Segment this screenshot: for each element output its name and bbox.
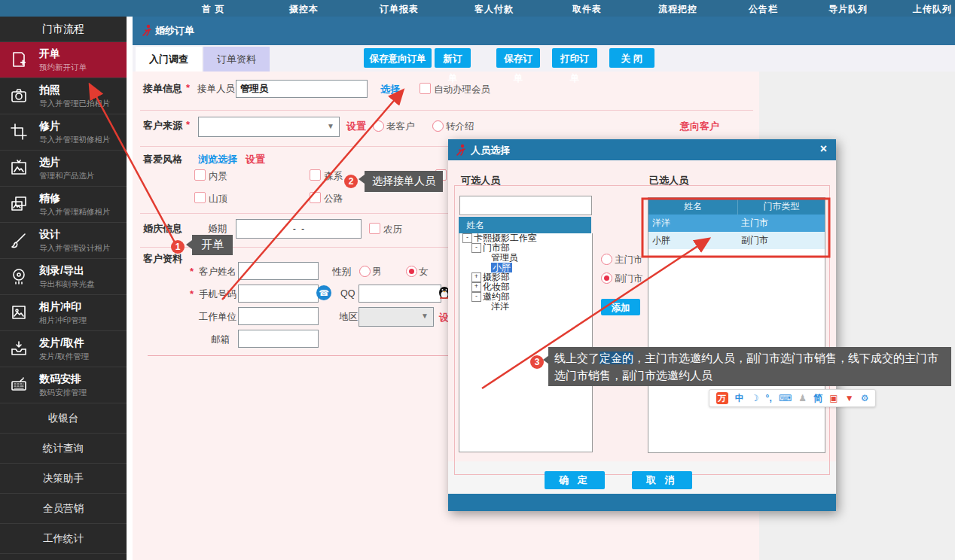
- sidebar-item-marketing[interactable]: 全员营销: [0, 494, 127, 524]
- choose-receiver-link[interactable]: 选择: [380, 83, 400, 96]
- nav-process-control[interactable]: 流程把控: [658, 3, 697, 16]
- female-radio[interactable]: [406, 266, 417, 277]
- sidebar-item-subtitle: 管理和产品选片: [39, 171, 95, 181]
- add-button[interactable]: 添加: [601, 299, 640, 315]
- ok-button[interactable]: 确 定: [545, 471, 605, 489]
- personnel-search-input[interactable]: [459, 196, 592, 215]
- ime-skin-icon[interactable]: ▼: [845, 393, 854, 403]
- tab-order-info[interactable]: 订单资料: [203, 47, 270, 72]
- email-input[interactable]: [238, 330, 319, 348]
- sub-store-radio[interactable]: [601, 272, 612, 284]
- lunar-checkbox[interactable]: [369, 223, 380, 234]
- expand-icon[interactable]: +: [471, 282, 481, 292]
- style-settings-link[interactable]: 设置: [246, 153, 265, 166]
- section-customer-source: 客户来源: [143, 119, 182, 132]
- tree-node-photo-dept[interactable]: +摄影部: [459, 272, 592, 282]
- ime-punctuation-icon[interactable]: °,: [766, 393, 772, 403]
- sidebar-item-retouch[interactable]: 修片 导入并管理初修相片: [0, 114, 127, 151]
- close-button[interactable]: 关 闭: [609, 48, 654, 68]
- customer-name-input[interactable]: [238, 262, 319, 280]
- main-store-radio[interactable]: [601, 254, 612, 265]
- sidebar-item-fine-retouch[interactable]: 精修 导入并管理精修相片: [0, 187, 127, 223]
- personnel-tree[interactable]: -卡熙摄影工作室 -门市部 管理员 小胖 +摄影部 +化妆部 -邀约部 洋洋: [459, 233, 593, 452]
- sidebar-item-select-photo[interactable]: 选片 管理和产品选片: [0, 151, 127, 187]
- style-checkbox-hilltop[interactable]: [194, 192, 206, 203]
- style-checkbox-road[interactable]: [310, 192, 321, 203]
- ime-halfwidth-icon[interactable]: ☽: [751, 393, 759, 403]
- sidebar-item-work-stats[interactable]: 工作统计: [0, 524, 127, 554]
- style-checkbox-indoor[interactable]: [194, 169, 206, 181]
- print-order-button[interactable]: 打印订单: [552, 48, 597, 68]
- ime-keyboard-icon[interactable]: ⌨: [779, 393, 792, 403]
- col-name: 姓名: [648, 198, 738, 215]
- tab-entry-survey[interactable]: 入门调查: [136, 47, 202, 72]
- sidebar-item-subtitle: 导入并管理已拍相片: [39, 99, 111, 109]
- tree-node-admin[interactable]: 管理员: [459, 253, 592, 263]
- sidebar-item-title: 开单: [39, 47, 60, 61]
- save-intent-order-button[interactable]: 保存意向订单: [364, 48, 432, 68]
- table-row[interactable]: 小胖副门市: [648, 232, 825, 249]
- sidebar-item-decision-helper[interactable]: 决策助手: [0, 464, 127, 494]
- nav-order-report[interactable]: 订单报表: [380, 3, 419, 16]
- nav-bulletin[interactable]: 公告栏: [749, 3, 778, 16]
- sidebar-item-photo[interactable]: 拍照 导入并管理已拍相片: [0, 78, 127, 114]
- new-order-button[interactable]: 新订单: [435, 48, 471, 68]
- sidebar-item-statistics[interactable]: 统计查询: [0, 434, 127, 464]
- tree-node-invite-dept[interactable]: -邀约部: [459, 292, 592, 302]
- old-customer-radio[interactable]: [373, 120, 384, 132]
- collapse-icon[interactable]: -: [462, 233, 472, 243]
- sidebar-item-sms[interactable]: 短信管理: [0, 554, 127, 560]
- phone-icon[interactable]: ☎: [316, 285, 331, 300]
- sidebar-item-title: 数码安排: [39, 373, 81, 386]
- nav-pickup-table[interactable]: 取件表: [572, 3, 602, 16]
- style-checkbox-forest[interactable]: [310, 169, 321, 181]
- intent-customer-link[interactable]: 意向客户: [680, 120, 719, 133]
- ime-record-icon[interactable]: ▣: [829, 393, 838, 403]
- tree-node-store-dept[interactable]: -门市部: [459, 243, 592, 253]
- selected-personnel-label: 已选人员: [649, 174, 688, 187]
- source-settings-link[interactable]: 设置: [346, 120, 366, 133]
- receiver-input[interactable]: [236, 80, 368, 98]
- tree-node-xiaopang[interactable]: 小胖: [459, 263, 592, 272]
- nav-home[interactable]: 首 页: [202, 3, 224, 16]
- sidebar-item-photo-print[interactable]: 相片冲印 相片冲印管理: [0, 295, 127, 331]
- qq-input[interactable]: [359, 285, 441, 303]
- browse-select-link[interactable]: 浏览选择: [198, 153, 237, 166]
- nav-customer-payment[interactable]: 客人付款: [474, 3, 514, 16]
- tree-node-makeup-dept[interactable]: +化妆部: [459, 282, 592, 292]
- step-badge-1: 1: [171, 240, 185, 254]
- dialog-close-icon[interactable]: ×: [820, 142, 827, 156]
- ime-gear-icon[interactable]: ⚙: [861, 393, 869, 403]
- region-select[interactable]: ▼: [359, 307, 434, 327]
- wedding-date-input[interactable]: [236, 219, 362, 239]
- sidebar-item-design[interactable]: 设计 导入并管理设计相片: [0, 223, 127, 259]
- expand-icon[interactable]: +: [471, 272, 481, 282]
- ime-chinese-mode-icon[interactable]: 中: [735, 392, 744, 405]
- nav-upload-queue[interactable]: 上传队列: [913, 3, 952, 16]
- auto-member-checkbox[interactable]: [420, 83, 431, 94]
- ime-simplified-icon[interactable]: 简: [813, 392, 822, 405]
- customer-source-select[interactable]: ▼: [198, 117, 340, 137]
- nav-shoot-book[interactable]: 摄控本: [289, 3, 319, 16]
- sidebar-item-dispatch-pickup[interactable]: 发片/取件 发片/取件管理: [0, 331, 127, 367]
- nav-import-queue[interactable]: 导片队列: [828, 3, 868, 16]
- sidebar-item-cashier[interactable]: 收银台: [0, 403, 127, 434]
- phone-input[interactable]: [238, 285, 319, 303]
- tree-node-root[interactable]: -卡熙摄影工作室: [459, 233, 592, 243]
- collapse-icon[interactable]: -: [471, 292, 481, 302]
- table-row[interactable]: 洋洋主门市: [648, 215, 825, 232]
- sidebar-item-new-order[interactable]: 开单 预约新开订单: [0, 42, 127, 78]
- ime-logo-icon[interactable]: 万: [716, 392, 728, 404]
- dialog-body: 可选人员 姓名 -卡熙摄影工作室 -门市部 管理员 小胖 +摄影部 +化妆部 -…: [448, 160, 836, 461]
- collapse-icon[interactable]: -: [471, 243, 481, 253]
- sidebar-item-digital-arrange[interactable]: 数码安排 数码安排管理: [0, 367, 127, 403]
- sidebar-item-burn-export[interactable]: 刻录/导出 导出和刻录光盘: [0, 259, 127, 295]
- company-input[interactable]: [238, 307, 319, 325]
- tree-node-yangyang[interactable]: 洋洋: [459, 302, 592, 312]
- ime-user-icon[interactable]: ♟: [798, 393, 807, 403]
- dialog-footer-bar: [448, 494, 836, 511]
- male-radio[interactable]: [359, 266, 371, 277]
- referral-radio[interactable]: [432, 120, 444, 132]
- save-order-button[interactable]: 保存订单: [496, 48, 540, 68]
- cancel-button[interactable]: 取 消: [632, 471, 692, 489]
